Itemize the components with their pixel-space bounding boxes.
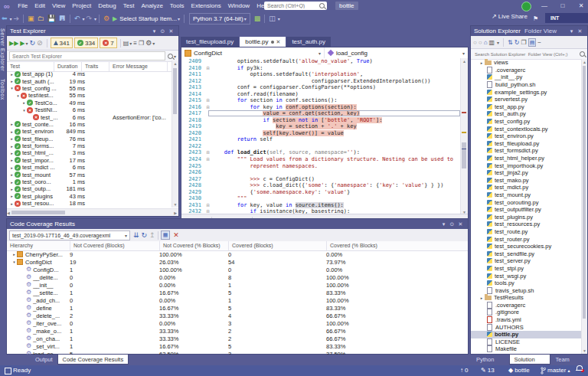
expand-icon[interactable]: ▸ (9, 129, 15, 134)
column-header-covered-blocks-[interactable]: Covered (Blocks) (228, 241, 273, 250)
coverage-titlebar[interactable]: Code Coverage Results ▾ ⊙ ✕ (7, 219, 468, 229)
redo-icon[interactable]: ↷ (86, 13, 92, 25)
solution-item-example_settings.py[interactable]: example_settings.py (471, 88, 582, 96)
right-tab-python-envir-[interactable]: Python Envir... (472, 355, 509, 365)
coverage-row[interactable]: ⚙_on_cha...133.33%266.67% (7, 335, 468, 342)
close-icon[interactable]: ✕ (576, 28, 584, 34)
expand-icon[interactable]: ▸ (9, 172, 15, 177)
expand-icon[interactable]: ▸ (9, 158, 15, 162)
coverage-row[interactable]: ⚙__setite...116.67%583.33% (7, 289, 468, 296)
window-position-caret-icon[interactable]: ▾ (150, 28, 158, 34)
menu-window[interactable]: Window (224, 0, 253, 12)
code-line[interactable]: 2422 (181, 143, 468, 150)
menu-test[interactable]: Test (119, 0, 138, 12)
code-line[interactable]: 2415⊟ for section in conf.sections(): (181, 97, 468, 104)
menu-extensions[interactable]: Extensions (188, 0, 224, 12)
collapse-icon[interactable]: ▾ (11, 260, 17, 264)
solution-vertical-scrollbar[interactable]: ▲ ▼ (581, 59, 587, 354)
switch-views-icon[interactable]: ▥ (489, 39, 495, 46)
undo-caret[interactable]: ▾ (82, 16, 84, 21)
search-input[interactable] (264, 3, 319, 8)
solution-item-.coveragerc[interactable]: .coveragerc (471, 67, 582, 74)
expand-icon[interactable]: ▸ (9, 180, 15, 185)
test-row[interactable]: ▸✓test_outp...181 ms (7, 185, 174, 192)
failed-tests-filter[interactable]: ✕ 7 (100, 38, 116, 48)
code-line[interactable]: 2411 options.setdefault('interpolation', (181, 71, 468, 78)
solution-item-servertest.py[interactable]: servertest.py (471, 96, 582, 103)
solution-item-views[interactable]: ▸views (471, 59, 582, 67)
solution-item-tools.py[interactable]: tools.py (471, 280, 582, 287)
column-header-not-covered-blocks-[interactable]: Not Covered (% Blocks) (159, 241, 220, 250)
solution-item-test_auth.py[interactable]: test_auth.py (471, 110, 582, 118)
code-line[interactable]: 2418 if section not in ['bottle', 'ROOT'… (181, 117, 468, 124)
scroll-thumb[interactable] (583, 66, 586, 319)
editor-vertical-scrollbar[interactable]: ▲ ▼ (460, 58, 468, 215)
menu-debug[interactable]: Debug (95, 0, 120, 12)
solution-item-test_config.py[interactable]: test_config.py (471, 118, 582, 126)
fold-toggle-icon[interactable]: ⊟ (204, 97, 211, 104)
scroll-thumb[interactable] (173, 68, 177, 114)
solution-item-test_contextlocals.py[interactable]: test_contextlocals.py (471, 125, 582, 132)
code-line[interactable]: 2413 conf = configparser.ConfigParser(**… (181, 84, 468, 91)
minimize-button[interactable]: ― (536, 0, 553, 11)
test-explorer-titlebar[interactable]: Test Explorer ▾ ⊙ ✕ (7, 26, 178, 36)
solution-item-test_route.py[interactable]: test_route.py (471, 228, 582, 236)
solution-item-build_python.sh[interactable]: build_python.sh (471, 81, 582, 89)
total-tests-filter[interactable]: 341 (51, 38, 73, 48)
scroll-thumb[interactable] (11, 211, 65, 214)
coverage-row[interactable]: ▾ConfigDict1926.03%5473.97% (7, 258, 468, 266)
code-line[interactable]: 2414 conf.read(filename) (181, 91, 468, 98)
coverage-row[interactable]: ⚙ConfigD...1100.00%00.00% (7, 266, 468, 273)
code-line[interactable]: 2419 key = section + '.' + key (181, 123, 468, 130)
playlist-caret[interactable]: ▾ (129, 41, 132, 46)
right-tab-team-explorer[interactable]: Team Explorer (550, 355, 588, 365)
column-header-not-covered-blocks-[interactable]: Not Covered (Blocks) (70, 241, 125, 250)
solution-item-.gitignore[interactable]: .gitignore (471, 309, 582, 316)
expand-icon[interactable]: ▸ (9, 122, 15, 126)
quick-search-box[interactable] (264, 2, 327, 10)
test-row[interactable]: ▸✓test_fileup...76 ms (7, 136, 174, 142)
fold-toggle-icon[interactable]: ⊟ (204, 149, 211, 156)
menu-view[interactable]: View (49, 0, 69, 12)
save-icon[interactable]: 💾 (47, 13, 56, 25)
import-results-icon[interactable]: ⇊ (133, 231, 139, 239)
scroll-left-icon[interactable]: ◀ (7, 211, 10, 215)
test-row[interactable]: ▾✕TestINI...6 ms (7, 106, 174, 113)
account-avatar[interactable] (521, 2, 531, 11)
maximize-button[interactable]: □ (554, 0, 571, 11)
settings-gear-icon[interactable]: ⚙ (145, 39, 152, 47)
test-row[interactable]: ▸✓test_impor...17 ms (7, 157, 174, 164)
run-test-icon[interactable]: ▶ (20, 40, 24, 47)
merge-results-icon[interactable]: ↻ (142, 231, 148, 239)
scroll-down-icon[interactable]: ▼ (172, 201, 178, 208)
navigate-back-icon[interactable]: ⬅ (2, 13, 8, 25)
bottom-tab-output[interactable]: Output (31, 355, 57, 365)
solution-item-travis_setup.sh[interactable]: travis_setup.sh (471, 286, 582, 294)
layout-caret[interactable]: ▾ (278, 16, 280, 21)
method-dropdown[interactable]: load_config ▾ (325, 47, 468, 58)
solution-item-test_environ.py[interactable]: test_environ.py (471, 132, 582, 140)
new-project-icon[interactable]: ▣ (28, 13, 34, 25)
switch-views-caret[interactable]: ▾ (497, 40, 499, 45)
repeat-last-run-icon[interactable]: ↻ (29, 39, 35, 47)
push-count[interactable]: ↑ 0 (460, 365, 468, 376)
test-row[interactable]: ▸✓test_auth (...19 ms (7, 77, 174, 84)
expand-icon[interactable]: ▸ (9, 194, 15, 198)
coverage-row[interactable]: ▸CherryPySer...9100.00%00.00% (7, 250, 468, 258)
code-line[interactable]: 2427 >>> c = ConfigDict() (181, 176, 468, 183)
document-tab-bottle.py[interactable]: bottle.py✕ (240, 37, 286, 47)
code-line[interactable]: 2431⊟ for key, value in source.items(): (181, 202, 468, 209)
pin-icon[interactable]: ⊙ (158, 28, 167, 34)
solution-item-test_html_helper.py[interactable]: test_html_helper.py (471, 155, 582, 162)
solution-item-test_outputfilter.py[interactable]: test_outputfilter.py (471, 206, 582, 214)
coverage-row[interactable]: ⚙_make_o...133.33%266.67% (7, 327, 468, 335)
solution-item-test_fileupload.py[interactable]: test_fileupload.py (471, 140, 582, 148)
solution-item-.travis.yml[interactable]: .travis.yml (471, 316, 582, 324)
sync-with-active-document-icon[interactable]: ⇅ (508, 39, 513, 46)
pending-edits[interactable]: ✎ 13 (481, 365, 495, 376)
menu-project[interactable]: Project (69, 0, 95, 12)
coverage-row[interactable]: ⚙__init__00.00%1100.00% (7, 281, 468, 289)
expand-icon[interactable]: ▸ (9, 72, 15, 77)
playlist-icon[interactable]: ▤ (123, 40, 129, 47)
scroll-up-icon[interactable]: ▲ (582, 59, 587, 65)
